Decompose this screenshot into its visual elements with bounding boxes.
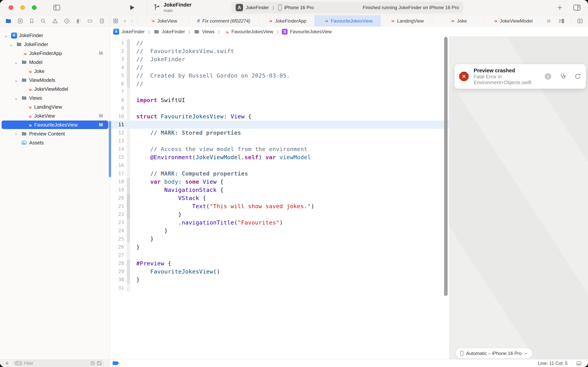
breakpoint-indicator-icon[interactable] (112, 361, 119, 365)
breadcrumb-item-views[interactable]: Views (194, 29, 215, 35)
diagnostics-icon[interactable] (559, 73, 566, 80)
add-editor-icon[interactable] (577, 18, 583, 24)
navigator-filter-input[interactable]: Filter (12, 360, 104, 366)
breadcrumb-item-jokefinder[interactable]: JokeFinder (153, 29, 185, 35)
new-tab-button[interactable] (556, 4, 563, 11)
code-line-13[interactable]: 13 (110, 137, 449, 145)
related-items-icon[interactable] (113, 18, 119, 24)
code-line-10[interactable]: 10struct FavouriteJokesView: View { (110, 112, 449, 121)
info-icon[interactable]: i (545, 73, 551, 80)
code-line-5[interactable]: 5// Created by Russell Gordon on 2025-03… (110, 72, 449, 80)
filter-options-icon[interactable] (97, 361, 102, 366)
code-line-30[interactable]: 30} (110, 276, 449, 284)
project-navigator-icon[interactable] (5, 18, 12, 24)
code-line-6[interactable]: 6// (110, 80, 449, 88)
chevron-down-icon[interactable]: ⌄ (9, 42, 13, 47)
sidebar-item-jokefinder[interactable]: ⌄AJokeFinder (0, 31, 110, 40)
tab-joke[interactable]: Joke (432, 15, 484, 26)
tab-landingview[interactable]: LandingView (381, 15, 432, 26)
code-line-17[interactable]: 17 // MARK: Computed properties (110, 169, 449, 178)
code-line-25[interactable]: 25 } (110, 235, 449, 243)
breadcrumb-item-favouritejokesview[interactable]: FavouriteJokesView (223, 29, 273, 35)
code-line-9[interactable]: 9 (110, 104, 449, 112)
code-line-29[interactable]: 29 FavouriteJokesView() (110, 267, 449, 276)
breadcrumb-item-favouritejokesview[interactable]: SFavouriteJokesView (282, 29, 332, 35)
sidebar-item-preview-content[interactable]: ›Preview Content (0, 129, 110, 138)
tab-fix-comment-6f02274-[interactable]: #Fix comment (6f02274) (189, 15, 258, 26)
report-navigator-icon[interactable] (99, 18, 105, 24)
chevron-down-icon[interactable]: ⌄ (14, 59, 18, 65)
sidebar-toggle-icon[interactable] (52, 3, 62, 12)
code-line-11[interactable]: 11 (110, 121, 449, 129)
code-line-3[interactable]: 3// JokeFinder (110, 55, 449, 63)
find-navigator-icon[interactable] (40, 18, 46, 24)
code-line-23[interactable]: 23 .navigationTitle("Favourites") (110, 218, 449, 227)
editor-layout-icon[interactable] (576, 360, 582, 366)
bookmark-navigator-icon[interactable] (29, 18, 35, 24)
source-control-navigator-icon[interactable] (17, 18, 23, 24)
sidebar-item-viewmodels[interactable]: ⌄ViewModels (0, 76, 110, 84)
tab-jokeview[interactable]: JokeView (137, 15, 189, 26)
sidebar-item-jokefinder[interactable]: ⌄JokeFinder (0, 40, 110, 49)
tab-jokeviewmodel[interactable]: JokeViewModel (484, 15, 541, 26)
sidebar-item-jokeview[interactable]: JokeViewM (0, 111, 110, 120)
code-line-24[interactable]: 24 } (110, 227, 449, 235)
swap-editor-icon[interactable] (546, 18, 552, 24)
sidebar-item-model[interactable]: ⌄Model (0, 58, 110, 67)
add-item-button[interactable] (4, 361, 10, 366)
inspector-toggle-icon[interactable] (572, 3, 582, 12)
preview-device-selector[interactable]: Automatic – iPhone 16 Pro (455, 348, 532, 359)
chevron-down-icon[interactable]: ⌄ (14, 77, 18, 83)
sidebar-item-favouritejokesview[interactable]: FavouriteJokesViewM (0, 120, 110, 129)
test-navigator-icon[interactable] (64, 18, 70, 24)
sidebar-item-landingview[interactable]: LandingView (0, 102, 110, 111)
code-line-21[interactable]: 21 Text("This will show saved jokes.") (110, 202, 449, 210)
sidebar-item-assets[interactable]: Assets (0, 138, 110, 147)
chevron-down-icon[interactable]: ⌄ (14, 95, 18, 101)
recent-filter-icon[interactable] (90, 361, 95, 366)
breadcrumb-item-jokefinder[interactable]: AJokeFinder (113, 29, 145, 35)
code-line-20[interactable]: 20 VStack { (110, 194, 449, 202)
tab-jokefinderapp[interactable]: JokeFinderApp (259, 15, 314, 26)
go-back-button[interactable]: ‹ (124, 18, 126, 24)
tab-favouritejokesview[interactable]: FavouriteJokesView (314, 15, 380, 26)
swift-icon (21, 50, 28, 57)
refresh-preview-icon[interactable] (574, 73, 581, 80)
code-line-1[interactable]: 1// (110, 39, 449, 47)
source-editor[interactable]: 1//2// FavouriteJokesView.swift3// JokeF… (110, 37, 449, 359)
sidebar-item-jokeviewmodel[interactable]: JokeViewModel (0, 84, 110, 93)
close-window-button[interactable] (8, 5, 13, 10)
code-line-12[interactable]: 12 // MARK: Stored properties (110, 129, 449, 137)
activity-status-pill[interactable]: A JokeFinder ❭ iPhone 16 Pro Finished ru… (231, 2, 463, 13)
line-number: 26 (110, 243, 124, 251)
zoom-window-button[interactable] (32, 5, 37, 10)
code-line-7[interactable]: 7 (110, 88, 449, 96)
code-line-18[interactable]: 18 var body: some View { (110, 178, 449, 186)
sidebar-item-views[interactable]: ⌄Views (0, 93, 110, 102)
code-line-27[interactable]: 27 (110, 251, 449, 259)
code-line-14[interactable]: 14 // Access the view model from the env… (110, 145, 449, 153)
modified-badge: M (99, 50, 103, 56)
chevron-down-icon[interactable]: ⌄ (4, 33, 8, 39)
code-line-16[interactable]: 16 (110, 161, 449, 169)
code-line-2[interactable]: 2// FavouriteJokesView.swift (110, 47, 449, 55)
sidebar-item-jokefinderapp[interactable]: JokeFinderAppM (0, 49, 110, 58)
issue-navigator-icon[interactable] (52, 18, 58, 24)
editor-scrollbar[interactable] (444, 37, 448, 296)
breakpoint-navigator-icon[interactable] (87, 18, 93, 24)
run-button[interactable] (128, 4, 136, 11)
code-line-22[interactable]: 22 } (110, 210, 449, 218)
code-line-19[interactable]: 19 NavigationStack { (110, 186, 449, 194)
code-line-26[interactable]: 26} (110, 243, 449, 251)
code-line-4[interactable]: 4// (110, 63, 449, 72)
minimize-window-button[interactable] (20, 5, 25, 10)
code-line-15[interactable]: 15 @Environment(JokeViewModel.self) var … (110, 153, 449, 161)
code-line-31[interactable]: 31 (110, 284, 449, 292)
chevron-right-icon[interactable]: › (14, 131, 18, 137)
code-line-28[interactable]: 28#Preview { (110, 259, 449, 267)
code-line-8[interactable]: 8import SwiftUI (110, 96, 449, 104)
go-forward-button[interactable]: › (131, 18, 133, 24)
debug-navigator-icon[interactable] (75, 18, 82, 24)
editor-options-icon[interactable] (558, 18, 565, 24)
sidebar-item-joke[interactable]: Joke (0, 67, 110, 76)
